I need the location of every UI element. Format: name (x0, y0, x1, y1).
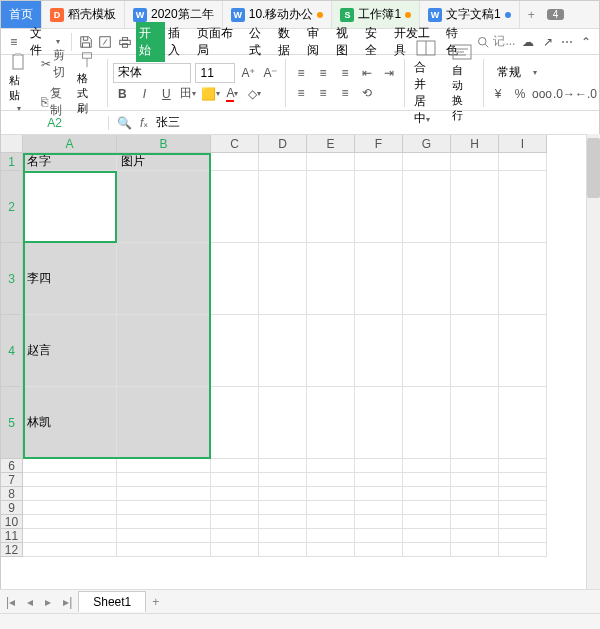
align-top-icon[interactable]: ≡ (292, 64, 310, 82)
cell[interactable] (499, 473, 547, 487)
cell[interactable] (211, 243, 259, 315)
ribbon-security[interactable]: 安全 (362, 22, 391, 62)
row-header[interactable]: 3 (1, 243, 23, 315)
cell[interactable] (211, 387, 259, 459)
align-center-icon[interactable]: ≡ (314, 84, 332, 102)
cell[interactable] (307, 501, 355, 515)
format-painter-button[interactable]: 格式刷 (73, 48, 101, 118)
cell[interactable] (117, 171, 211, 243)
cell[interactable]: 名字 (23, 153, 117, 171)
row-header[interactable]: 5 (1, 387, 23, 459)
share-icon[interactable]: ↗ (539, 33, 556, 51)
cell[interactable] (307, 459, 355, 473)
cell[interactable] (499, 487, 547, 501)
cell[interactable] (355, 543, 403, 557)
cell[interactable]: 赵言 (23, 315, 117, 387)
copy-button[interactable]: ⎘复制 (39, 84, 67, 120)
cell[interactable]: 图片 (117, 153, 211, 171)
ribbon-review[interactable]: 审阅 (304, 22, 333, 62)
sheet-add-icon[interactable]: + (146, 595, 165, 609)
cells-area[interactable]: 名字图片张三李四赵言林凯 (23, 153, 547, 557)
cell[interactable] (499, 529, 547, 543)
cell[interactable] (23, 487, 117, 501)
align-middle-icon[interactable]: ≡ (314, 64, 332, 82)
font-color-icon[interactable]: A▾ (223, 85, 241, 103)
name-box[interactable]: A2 (1, 116, 109, 130)
cell[interactable] (307, 543, 355, 557)
cell[interactable] (211, 487, 259, 501)
ribbon-layout[interactable]: 页面布局 (194, 22, 246, 62)
row-header[interactable]: 1 (1, 153, 23, 171)
cell[interactable] (403, 171, 451, 243)
cell[interactable] (307, 171, 355, 243)
cell[interactable] (451, 171, 499, 243)
tab-add-button[interactable]: + (520, 8, 543, 22)
cell[interactable] (499, 315, 547, 387)
cell[interactable] (451, 243, 499, 315)
cell[interactable] (211, 543, 259, 557)
clear-icon[interactable]: ◇▾ (245, 85, 263, 103)
cell[interactable] (451, 543, 499, 557)
sheet-first-icon[interactable]: |◂ (0, 595, 21, 609)
cell[interactable] (403, 529, 451, 543)
cell[interactable] (259, 459, 307, 473)
cell[interactable] (307, 473, 355, 487)
cell[interactable] (451, 459, 499, 473)
ribbon-data[interactable]: 数据 (275, 22, 304, 62)
cell[interactable] (355, 515, 403, 529)
fx-icon[interactable]: fₓ (140, 116, 148, 130)
menu-icon[interactable]: ≡ (5, 33, 22, 51)
col-header-B[interactable]: B (117, 135, 211, 153)
cell[interactable] (355, 243, 403, 315)
merge-button[interactable]: 合并居中▾ (410, 36, 442, 129)
col-header-F[interactable]: F (355, 135, 403, 153)
row-header[interactable]: 9 (1, 501, 23, 515)
cell[interactable] (499, 501, 547, 515)
sheet-next-icon[interactable]: ▸ (39, 595, 57, 609)
cell[interactable] (451, 487, 499, 501)
cell[interactable] (499, 243, 547, 315)
sheet-prev-icon[interactable]: ◂ (21, 595, 39, 609)
align-bottom-icon[interactable]: ≡ (336, 64, 354, 82)
align-left-icon[interactable]: ≡ (292, 84, 310, 102)
cell[interactable] (211, 515, 259, 529)
cell[interactable] (211, 529, 259, 543)
col-header-D[interactable]: D (259, 135, 307, 153)
cell[interactable] (259, 543, 307, 557)
cell[interactable] (499, 171, 547, 243)
cell[interactable] (259, 529, 307, 543)
row-header[interactable]: 4 (1, 315, 23, 387)
wrap-button[interactable]: 自动换行 (448, 40, 476, 125)
increase-font-icon[interactable]: A⁺ (239, 64, 257, 82)
bold-icon[interactable]: B (113, 85, 131, 103)
row-header[interactable]: 12 (1, 543, 23, 557)
print-icon[interactable] (116, 33, 133, 51)
sheet-tab[interactable]: Sheet1 (78, 591, 146, 612)
cell[interactable] (117, 387, 211, 459)
decimal-dec-icon[interactable]: ←.0 (577, 85, 595, 103)
more-icon[interactable]: ⋯ (558, 33, 575, 51)
cell[interactable] (403, 315, 451, 387)
ribbon-start[interactable]: 开始 (136, 22, 165, 62)
cell[interactable] (117, 315, 211, 387)
cell[interactable] (355, 315, 403, 387)
cell[interactable] (451, 315, 499, 387)
cell[interactable] (117, 473, 211, 487)
cell[interactable] (355, 487, 403, 501)
search-icon[interactable] (474, 33, 491, 51)
cell[interactable] (307, 243, 355, 315)
col-header-I[interactable]: I (499, 135, 547, 153)
row-header[interactable]: 11 (1, 529, 23, 543)
cell[interactable]: 张三 (23, 171, 117, 243)
ribbon-formula[interactable]: 公式 (246, 22, 275, 62)
cell[interactable] (355, 387, 403, 459)
cell[interactable] (259, 171, 307, 243)
tab-count-badge[interactable]: 4 (547, 9, 565, 20)
cell[interactable] (355, 473, 403, 487)
row-header[interactable]: 6 (1, 459, 23, 473)
cell[interactable] (451, 473, 499, 487)
cell[interactable] (403, 543, 451, 557)
cell[interactable] (23, 501, 117, 515)
cell[interactable] (451, 387, 499, 459)
cell[interactable] (23, 529, 117, 543)
